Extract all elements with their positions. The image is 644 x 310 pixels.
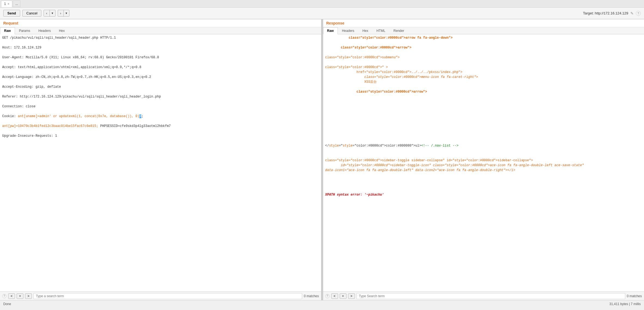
request-search-matches: 0 matches — [304, 294, 319, 298]
response-line: href — [325, 70, 364, 74]
request-line: Connection: close — [2, 104, 319, 109]
response-panel-header: Response — [323, 19, 644, 27]
response-line — [325, 119, 341, 123]
response-line: class — [325, 36, 358, 40]
request-line: Accept-Encoding: gzip, deflate — [2, 84, 319, 89]
response-line — [325, 173, 341, 177]
response-search-matches: 0 matches — [627, 294, 642, 298]
request-tabs: Raw Params Headers Hex — [0, 27, 321, 34]
request-search-prev[interactable]: < — [8, 293, 15, 299]
target-area: Target: http://172.16.124.129 ✎ ? — [583, 11, 641, 16]
request-panel: Request Raw Params Headers Hex GET /pika… — [0, 19, 321, 300]
response-line — [325, 129, 333, 133]
response-tab-render[interactable]: Render — [390, 27, 408, 34]
response-line: data-icon1="ace-icon fa fa-angle-double-… — [325, 168, 516, 172]
toolbar: Send Cancel ‹ ▼ › ▼ Target: http://172.1… — [0, 8, 644, 19]
forward-dropdown[interactable]: ▼ — [64, 11, 69, 16]
tab-1[interactable]: 1 × — [1, 1, 12, 7]
status-bar: Done 31,411 bytes | 7 millis — [0, 300, 644, 307]
response-line: class — [325, 90, 366, 94]
target-edit-icon[interactable]: ✎ — [630, 11, 634, 16]
request-line: GET /pikachu/vul/sqli/sqli_header/sqli_h… — [2, 35, 319, 40]
response-line: class="style="color:#0000cd">" > href="s… — [325, 60, 642, 99]
request-panel-header: Request — [0, 19, 321, 27]
request-line: Accept-Language: zh-CN,zh;q=0.8,zh-TW;q=… — [2, 75, 319, 80]
response-search-bar: ? < + > 0 matches — [323, 291, 644, 300]
response-tab-hex[interactable]: Hex — [358, 27, 372, 34]
request-line: Upgrade-Insecure-Requests: 1 — [2, 133, 319, 138]
target-prefix: Target: — [583, 11, 594, 15]
back-dropdown[interactable]: ▼ — [50, 11, 55, 16]
response-panel: Response Raw Headers Hex HTML Render cla… — [323, 19, 644, 300]
xpath-error: XPATH syntax error: '~pikachu' — [325, 193, 384, 197]
response-line: class="style="color:#0000cd">submenu"> c… — [325, 51, 642, 124]
target-help-icon[interactable]: ? — [636, 11, 641, 16]
response-tab-html[interactable]: HTML — [372, 27, 390, 34]
back-nav-button[interactable]: ‹ ▼ — [44, 10, 55, 17]
response-line: </style="style="color:#0000cd">color:#80… — [325, 144, 412, 148]
response-content[interactable]: class="style="color:#0000cd">arrow fa fa… — [323, 34, 644, 291]
response-content-wrapper: class="style="color:#0000cd">arrow fa fa… — [323, 34, 644, 291]
target-url: http://172.16.124.129 — [595, 11, 628, 15]
request-search-bar: ? < + > 0 matches — [0, 291, 321, 300]
request-line: Cookie: ant[uname]=admin' or updatexml(1… — [2, 114, 319, 119]
request-tab-params[interactable]: Params — [15, 27, 34, 34]
request-search-help-icon[interactable]: ? — [2, 294, 7, 298]
request-tab-hex[interactable]: Hex — [55, 27, 69, 34]
cancel-button[interactable]: Cancel — [22, 10, 41, 17]
send-button[interactable]: Send — [3, 10, 20, 17]
response-search-help-icon[interactable]: ? — [325, 294, 330, 298]
request-line: Accept: text/html,application/xhtml+xml,… — [2, 65, 319, 70]
response-line — [325, 41, 341, 45]
response-tab-raw[interactable]: Raw — [323, 27, 338, 34]
request-line: ant[pw]=10470c3b4b1fed12c3baac014be15fac… — [2, 124, 319, 129]
request-search-plus[interactable]: + — [17, 293, 23, 299]
request-tab-raw[interactable]: Raw — [0, 27, 15, 34]
response-search-plus[interactable]: + — [340, 293, 346, 299]
response-search-input[interactable] — [357, 293, 625, 299]
tab-1-close[interactable]: × — [8, 2, 9, 5]
target-label: Target: http://172.16.124.129 — [583, 11, 628, 15]
request-search-input[interactable] — [33, 293, 302, 299]
tab-more[interactable]: ... — [13, 1, 20, 7]
request-search-next[interactable]: > — [25, 293, 32, 299]
response-search-prev[interactable]: < — [331, 293, 338, 299]
request-tab-headers[interactable]: Headers — [34, 27, 55, 34]
status-right: 31,411 bytes | 7 millis — [609, 302, 641, 306]
response-line: class — [325, 46, 351, 50]
response-tabs: Raw Headers Hex HTML Render — [323, 27, 644, 34]
request-line: Referer: http://172.16.124.129/pikachu/v… — [2, 94, 319, 99]
response-search-next[interactable]: > — [348, 293, 355, 299]
response-line: id — [325, 163, 345, 167]
response-line — [325, 183, 333, 187]
main-content: Request Raw Params Headers Hex GET /pika… — [0, 19, 644, 300]
response-line: XSS后台 — [325, 80, 377, 84]
status-left: Done — [3, 302, 11, 306]
request-content[interactable]: GET /pikachu/vul/sqli/sqli_header/sqli_h… — [0, 34, 321, 291]
response-line — [325, 85, 357, 89]
forward-button[interactable]: › — [58, 10, 64, 16]
response-line: class="style="color:#0000cd">sidebar-tog… — [325, 154, 642, 178]
forward-nav-button[interactable]: › ▼ — [58, 10, 69, 17]
response-tab-headers[interactable]: Headers — [338, 27, 358, 34]
request-content-wrapper: GET /pikachu/vul/sqli/sqli_header/sqli_h… — [0, 34, 321, 291]
request-line: User-Agent: Mozilla/5.0 (X11; Linux x86_… — [2, 55, 319, 60]
tab-bar: 1 × ... — [0, 0, 644, 8]
response-line — [325, 95, 349, 99]
request-line: Host: 172.16.124.129 — [2, 45, 319, 50]
tab-1-label: 1 — [4, 2, 6, 6]
back-button[interactable]: ‹ — [44, 10, 50, 16]
response-line: class — [325, 75, 374, 79]
